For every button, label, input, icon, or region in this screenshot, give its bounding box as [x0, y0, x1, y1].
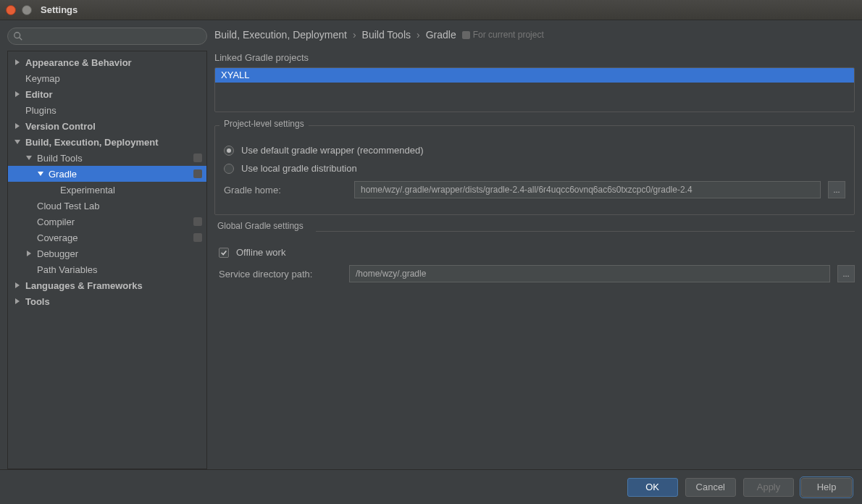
linked-projects-title: Linked Gradle projects [214, 52, 855, 63]
tree-item-label: Gradle [49, 169, 191, 180]
tree-item[interactable]: Compiler [8, 214, 206, 230]
settings-tree[interactable]: Appearance & BehaviorKeymapEditorPlugins… [7, 51, 207, 469]
svg-marker-9 [15, 282, 20, 288]
tree-item-label: Languages & Frameworks [25, 280, 202, 291]
radio-default-wrapper[interactable] [224, 146, 234, 156]
window-titlebar: Settings [0, 0, 862, 20]
tree-item-label: Appearance & Behavior [25, 57, 202, 68]
chevron-right-icon: › [417, 29, 420, 41]
chevron-right-icon[interactable] [14, 91, 21, 98]
apply-button[interactable]: Apply [743, 478, 794, 497]
service-dir-label: Service directory path: [219, 269, 342, 280]
chevron-right-icon[interactable] [14, 298, 21, 305]
tree-item[interactable]: Build Tools [8, 150, 206, 166]
fieldset-legend: Global Gradle settings [214, 221, 308, 231]
search-icon [13, 31, 23, 41]
chevron-down-icon[interactable] [25, 154, 33, 161]
tree-item-label: Path Variables [37, 264, 202, 275]
tree-item-label: Plugins [25, 105, 202, 116]
tree-item-label: Version Control [25, 121, 202, 132]
global-gradle-settings: Global Gradle settings Offline work Serv… [214, 228, 855, 298]
service-dir-input[interactable] [349, 265, 830, 282]
project-level-settings: Project-level settings Use default gradl… [214, 125, 855, 215]
svg-marker-6 [26, 156, 32, 160]
close-icon[interactable] [6, 5, 16, 15]
svg-marker-8 [27, 251, 31, 256]
tree-item-label: Experimental [60, 185, 202, 196]
tree-item-label: Tools [25, 296, 202, 307]
svg-point-0 [14, 33, 20, 38]
fieldset-legend: Project-level settings [219, 119, 309, 129]
project-badge-icon [193, 233, 202, 242]
tree-indent [14, 106, 21, 114]
tree-item[interactable]: Tools [8, 293, 206, 309]
tree-indent [25, 266, 33, 273]
tree-indent [25, 218, 33, 225]
tree-item[interactable]: Debugger [8, 245, 206, 261]
tree-item-label: Cloud Test Lab [37, 201, 202, 211]
minimize-icon[interactable] [22, 5, 32, 15]
tree-item[interactable]: Plugins [8, 102, 206, 118]
chevron-right-icon[interactable] [14, 59, 21, 66]
project-icon [462, 31, 470, 39]
help-button[interactable]: Help [801, 478, 852, 497]
cancel-button[interactable]: Cancel [685, 478, 736, 497]
radio-local-distribution[interactable] [224, 164, 234, 174]
project-badge-icon [193, 217, 202, 226]
browse-button[interactable]: ... [828, 181, 845, 198]
chevron-right-icon: › [353, 29, 356, 41]
tree-item[interactable]: Gradle [8, 166, 206, 182]
tree-item-label: Build, Execution, Deployment [25, 137, 202, 148]
divider [316, 231, 855, 232]
tree-item-label: Editor [25, 89, 202, 100]
chevron-right-icon[interactable] [14, 282, 21, 289]
svg-marker-4 [15, 123, 20, 129]
tree-item-label: Debugger [37, 248, 202, 259]
tree-indent [49, 186, 56, 193]
search-input[interactable] [7, 28, 207, 45]
svg-marker-5 [14, 140, 20, 144]
tree-item[interactable]: Version Control [8, 118, 206, 134]
tree-item[interactable]: Experimental [8, 182, 206, 198]
tree-item[interactable]: Cloud Test Lab [8, 198, 206, 214]
breadcrumb-meta: For current project [462, 30, 544, 40]
offline-work-checkbox[interactable] [219, 248, 229, 258]
project-badge-icon [193, 154, 202, 162]
tree-item[interactable]: Languages & Frameworks [8, 277, 206, 293]
gradle-home-input[interactable] [354, 181, 821, 198]
list-item[interactable]: XYALL [215, 68, 854, 83]
tree-item-label: Keymap [25, 73, 202, 84]
checkbox-label: Offline work [236, 247, 285, 258]
tree-item[interactable]: Build, Execution, Deployment [8, 134, 206, 150]
tree-item-label: Compiler [37, 217, 191, 227]
radio-label: Use default gradle wrapper (recommended) [241, 145, 423, 156]
breadcrumb-seg[interactable]: Build, Execution, Deployment [214, 29, 347, 41]
svg-line-1 [20, 38, 22, 41]
tree-item[interactable]: Keymap [8, 70, 206, 86]
breadcrumb: Build, Execution, Deployment › Build Too… [214, 28, 855, 51]
tree-indent [14, 75, 21, 82]
project-badge-icon [193, 169, 202, 178]
tree-indent [25, 234, 33, 241]
chevron-down-icon[interactable] [37, 170, 44, 177]
tree-item[interactable]: Appearance & Behavior [8, 54, 206, 70]
dialog-button-bar: OK Cancel Apply Help [0, 469, 862, 504]
chevron-right-icon[interactable] [14, 122, 21, 130]
breadcrumb-seg[interactable]: Build Tools [362, 29, 411, 41]
browse-button[interactable]: ... [837, 265, 855, 282]
tree-item[interactable]: Editor [8, 86, 206, 102]
gradle-home-label: Gradle home: [224, 185, 347, 196]
radio-label: Use local gradle distribution [241, 163, 357, 174]
svg-marker-7 [38, 172, 43, 176]
settings-sidebar: Appearance & BehaviorKeymapEditorPlugins… [7, 28, 207, 469]
window-title: Settings [41, 4, 78, 15]
tree-item[interactable]: Coverage [8, 230, 206, 245]
ok-button[interactable]: OK [627, 478, 678, 497]
svg-marker-3 [15, 91, 20, 97]
chevron-right-icon[interactable] [25, 250, 33, 257]
tree-item-label: Build Tools [37, 153, 191, 164]
settings-main-panel: Build, Execution, Deployment › Build Too… [214, 28, 855, 469]
chevron-down-icon[interactable] [14, 138, 21, 146]
linked-projects-list[interactable]: XYALL [214, 67, 855, 112]
tree-item[interactable]: Path Variables [8, 261, 206, 277]
